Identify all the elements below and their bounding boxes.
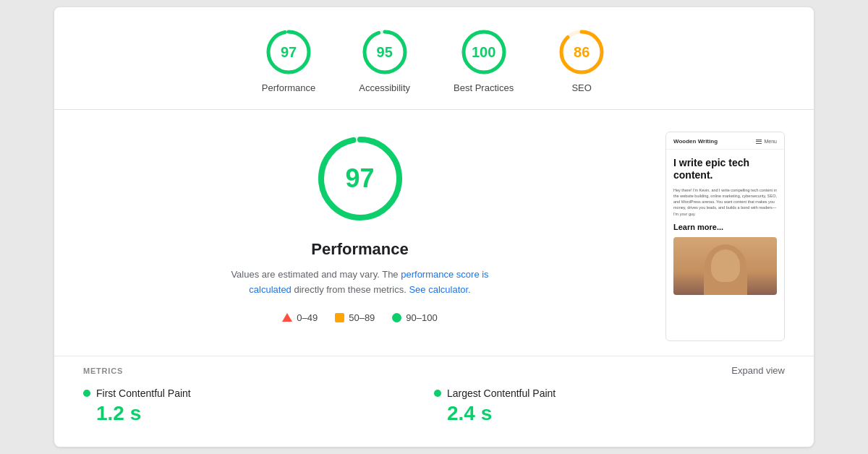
thumb-body-text: Hey there! I'm Kevin, and I write compel… (673, 187, 777, 217)
fail-icon (282, 313, 292, 322)
pass-icon (392, 313, 401, 322)
score-seo[interactable]: 86 SEO (557, 27, 606, 93)
metric-lcp-name-row: Largest Contentful Paint (434, 387, 785, 399)
thumb-brand: Wooden Writing (673, 138, 718, 145)
desc-mid: directly from these metrics. (294, 284, 406, 295)
right-panel: Wooden Writing Menu I write epic tech co… (665, 132, 785, 341)
big-performance-score: 97 (345, 163, 374, 194)
metric-fcp-value: 1.2 s (83, 402, 434, 425)
thumb-headline: I write epic tech content. (673, 157, 777, 181)
hamburger-icon (756, 140, 762, 144)
metric-lcp-name: Largest Contentful Paint (447, 387, 556, 399)
metrics-label: METRICS (83, 367, 123, 375)
metrics-header: METRICS Expand view (83, 356, 785, 383)
score-label-best-practices: Best Practices (454, 82, 514, 93)
score-value-seo: 86 (574, 44, 590, 61)
score-label-seo: SEO (571, 82, 591, 93)
metric-fcp-name: First Contentful Paint (96, 387, 191, 399)
score-label-accessibility: Accessibility (359, 82, 410, 93)
metric-lcp-value: 2.4 s (434, 402, 785, 425)
legend-pass-range: 90–100 (406, 312, 437, 323)
legend-pass: 90–100 (392, 312, 437, 323)
score-value-best-practices: 100 (472, 44, 495, 61)
score-label-performance: Performance (262, 82, 315, 93)
expand-view-button[interactable]: Expand view (731, 365, 785, 376)
main-card: 97 Performance 95 Accessibility (54, 7, 814, 447)
score-ring-seo: 86 (557, 27, 606, 77)
metric-lcp-dot (434, 390, 441, 397)
thumb-face-image (673, 237, 777, 295)
legend-average: 50–89 (335, 312, 375, 323)
performance-description: Values are estimated and may vary. The p… (223, 267, 498, 298)
metric-fcp-name-row: First Contentful Paint (83, 387, 434, 399)
score-performance[interactable]: 97 Performance (262, 27, 315, 93)
legend-average-range: 50–89 (349, 312, 375, 323)
average-icon (335, 313, 344, 322)
score-accessibility[interactable]: 95 Accessibility (359, 27, 410, 93)
score-ring-best-practices: 100 (459, 27, 509, 77)
metric-fcp: First Contentful Paint 1.2 s (83, 383, 434, 432)
thumb-menu-label: Menu (764, 139, 777, 144)
left-panel: 97 Performance Values are estimated and … (83, 132, 637, 341)
thumb-learn-more: Learn more... (673, 223, 777, 231)
score-value-performance: 97 (281, 44, 297, 61)
metrics-grid: First Contentful Paint 1.2 s Largest Con… (83, 383, 785, 447)
scores-section: 97 Performance 95 Accessibility (54, 7, 814, 110)
big-performance-ring: 97 (313, 132, 407, 226)
website-thumbnail: Wooden Writing Menu I write epic tech co… (665, 132, 785, 341)
legend-fail-range: 0–49 (297, 312, 318, 323)
legend-fail: 0–49 (282, 312, 318, 323)
metrics-section: METRICS Expand view First Contentful Pai… (54, 356, 814, 447)
score-legend: 0–49 50–89 90–100 (282, 312, 437, 323)
main-content: 97 Performance Values are estimated and … (54, 110, 814, 356)
desc-text: Values are estimated and may vary. The (231, 269, 398, 280)
performance-title: Performance (311, 240, 409, 259)
thumb-header: Wooden Writing Menu (666, 132, 784, 150)
score-ring-performance: 97 (264, 27, 313, 77)
score-best-practices[interactable]: 100 Best Practices (454, 27, 514, 93)
face-head (711, 249, 740, 282)
thumb-body: I write epic tech content. Hey there! I'… (666, 150, 784, 302)
metric-lcp: Largest Contentful Paint 2.4 s (434, 383, 785, 432)
calculator-link[interactable]: See calculator. (409, 284, 470, 295)
score-value-accessibility: 95 (377, 44, 393, 61)
thumb-menu: Menu (756, 139, 777, 144)
metric-fcp-dot (83, 390, 90, 397)
score-ring-accessibility: 95 (360, 27, 409, 77)
